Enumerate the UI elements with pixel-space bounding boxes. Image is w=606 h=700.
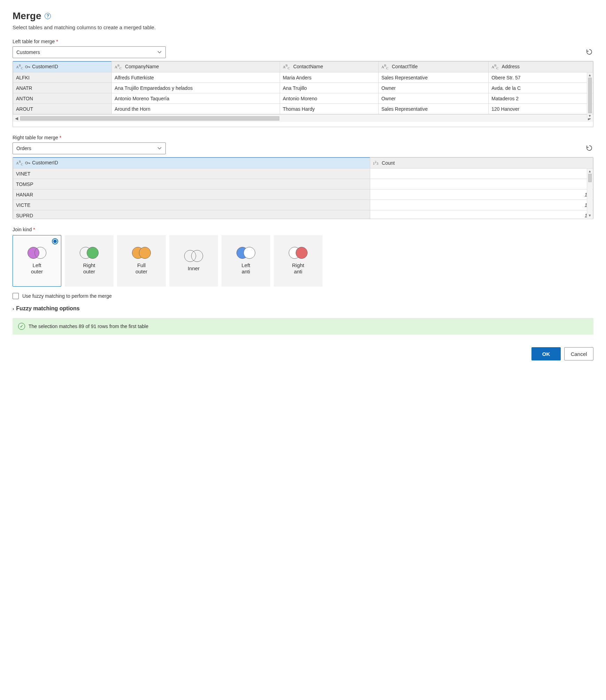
join-kind-label-text: Leftouter	[31, 262, 43, 275]
table-row[interactable]: ALFKIAlfreds FutterkisteMaria AndersSale…	[13, 72, 593, 83]
fuzzy-matching-label: Use fuzzy matching to perform the merge	[22, 293, 112, 299]
column-header-CustomerID[interactable]: ABC CustomerID	[13, 158, 370, 169]
table-cell: Ana Trujillo Emparedados y helados	[112, 83, 280, 93]
venn-icon	[184, 250, 203, 262]
left-table-label: Left table for merge *	[13, 39, 593, 44]
table-row[interactable]: TOMSP6	[13, 179, 593, 189]
table-cell: Owner	[378, 83, 488, 93]
table-cell: HANAR	[13, 189, 370, 200]
join-kind-inner[interactable]: Inner	[169, 235, 218, 287]
refresh-right-icon[interactable]	[586, 145, 593, 152]
join-kind-left-anti[interactable]: Leftanti	[222, 235, 270, 287]
table-cell: Antonio Moreno	[280, 93, 378, 104]
right-table-select[interactable]: Orders	[13, 142, 166, 154]
table-cell: Around the Horn	[112, 104, 280, 114]
join-kind-label-text: Rightanti	[292, 262, 304, 275]
venn-icon	[289, 247, 308, 259]
chevron-right-icon: ›	[13, 306, 14, 311]
fuzzy-options-expander[interactable]: › Fuzzy matching options	[13, 305, 593, 312]
join-kind-left-outer[interactable]: Leftouter	[13, 235, 61, 287]
table-cell: Sales Representative	[378, 72, 488, 83]
column-header-Address[interactable]: ABC Address	[489, 62, 593, 72]
table-cell: VINET	[13, 169, 370, 179]
table-cell: Avda. de la C	[489, 83, 593, 93]
table-cell: SUPRD	[13, 210, 370, 219]
chevron-down-icon	[157, 50, 162, 55]
dialog-title: Merge	[13, 10, 41, 22]
table-cell: Alfreds Futterkiste	[112, 72, 280, 83]
column-header-ContactName[interactable]: ABC ContactName	[280, 62, 378, 72]
table-cell: TOMSP	[13, 179, 370, 189]
table-cell: 5	[370, 169, 593, 179]
join-kind-label-text: Leftanti	[241, 262, 250, 275]
table-cell: Mataderos 2	[489, 93, 593, 104]
table-cell: Owner	[378, 93, 488, 104]
key-icon	[25, 64, 31, 69]
column-header-CompanyName[interactable]: ABC CompanyName	[112, 62, 280, 72]
match-status-text: The selection matches 89 of 91 rows from…	[29, 324, 148, 329]
table-cell: 120 Hanover	[489, 104, 593, 114]
left-table-select[interactable]: Customers	[13, 46, 166, 58]
venn-icon	[132, 247, 151, 259]
table-cell: VICTE	[13, 200, 370, 210]
fuzzy-matching-checkbox[interactable]	[13, 293, 19, 299]
horizontal-scrollbar[interactable]: ◀▶	[13, 114, 593, 122]
key-icon	[25, 160, 31, 165]
table-cell: Thomas Hardy	[280, 104, 378, 114]
table-cell: 14	[370, 189, 593, 200]
help-icon[interactable]: ?	[45, 13, 51, 19]
table-cell: 10	[370, 200, 593, 210]
left-table-selected-value: Customers	[16, 49, 40, 55]
dialog-subtitle: Select tables and matching columns to cr…	[13, 24, 593, 30]
vertical-scrollbar[interactable]: ▲▼	[587, 72, 592, 118]
column-header-CustomerID[interactable]: ABC CustomerID	[13, 62, 112, 72]
radio-indicator	[52, 238, 58, 244]
svg-point-0	[25, 66, 28, 68]
table-row[interactable]: VINET5	[13, 169, 593, 179]
right-table-selected-value: Orders	[16, 146, 31, 151]
venn-icon	[28, 247, 46, 259]
cancel-button[interactable]: Cancel	[564, 347, 593, 360]
vertical-scrollbar[interactable]: ▲▼	[587, 169, 592, 218]
table-row[interactable]: HANAR14	[13, 189, 593, 200]
table-cell: AROUT	[13, 104, 112, 114]
join-kind-right-anti[interactable]: Rightanti	[274, 235, 323, 287]
chevron-down-icon	[157, 146, 162, 151]
ok-button[interactable]: OK	[531, 347, 561, 360]
join-kind-label-text: Fullouter	[135, 262, 147, 275]
match-status-bar: ✓ The selection matches 89 of 91 rows fr…	[13, 318, 593, 335]
right-table-label: Right table for merge *	[13, 135, 593, 140]
column-header-ContactTitle[interactable]: ABC ContactTitle	[378, 62, 488, 72]
table-row[interactable]: SUPRD12	[13, 210, 593, 219]
column-header-Count[interactable]: 123 Count	[370, 158, 593, 169]
refresh-left-icon[interactable]	[586, 48, 593, 56]
success-icon: ✓	[18, 323, 25, 330]
table-cell: Obere Str. 57	[489, 72, 593, 83]
table-cell: ALFKI	[13, 72, 112, 83]
table-cell: Sales Representative	[378, 104, 488, 114]
table-cell: ANATR	[13, 83, 112, 93]
join-kind-right-outer[interactable]: Rightouter	[65, 235, 114, 287]
table-row[interactable]: ANATRAna Trujillo Emparedados y heladosA…	[13, 83, 593, 93]
svg-point-1	[25, 162, 28, 164]
join-kind-label-text: Rightouter	[83, 262, 95, 275]
left-table-preview: ABC CustomerIDABC CompanyNameABC Contact…	[13, 61, 593, 127]
table-row[interactable]: ANTONAntonio Moreno TaqueríaAntonio More…	[13, 93, 593, 104]
join-kind-full-outer[interactable]: Fullouter	[117, 235, 166, 287]
join-kind-label: Join kind *	[13, 227, 593, 232]
table-cell: Maria Anders	[280, 72, 378, 83]
table-cell: 6	[370, 179, 593, 189]
table-cell: Antonio Moreno Taquería	[112, 93, 280, 104]
right-table-preview: ABC CustomerID123 CountVINET5TOMSP6HANAR…	[13, 157, 593, 219]
venn-icon	[80, 247, 99, 259]
join-kind-label-text: Inner	[188, 265, 200, 272]
table-cell: Ana Trujillo	[280, 83, 378, 93]
table-row[interactable]: VICTE10	[13, 200, 593, 210]
table-row[interactable]: AROUTAround the HornThomas HardySales Re…	[13, 104, 593, 114]
table-cell: 12	[370, 210, 593, 219]
table-cell: ANTON	[13, 93, 112, 104]
venn-icon	[236, 247, 255, 259]
